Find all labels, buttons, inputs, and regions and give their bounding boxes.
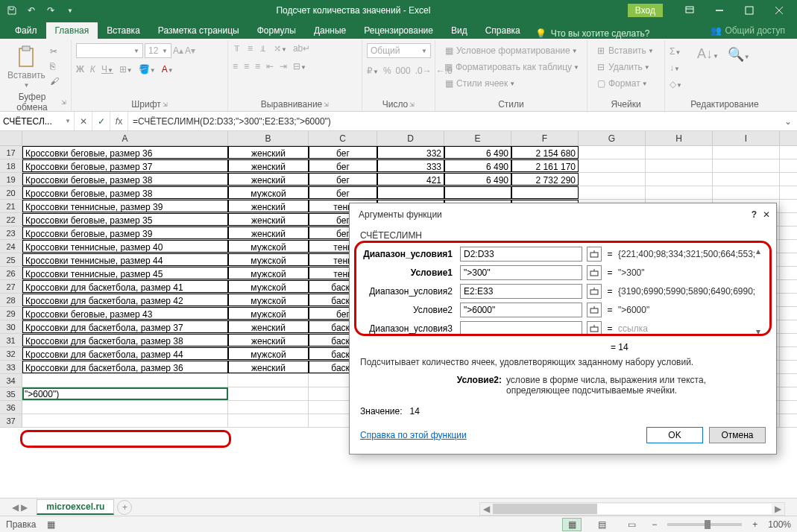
cell[interactable]: женский	[228, 146, 309, 159]
range-select-icon[interactable]	[587, 284, 602, 299]
col-header-B[interactable]: B	[228, 131, 309, 145]
cell[interactable]: мужской	[228, 280, 309, 293]
cell[interactable]: Кроссовки беговые, размер 35	[22, 213, 228, 226]
cancel-button[interactable]: Отмена	[709, 427, 766, 443]
row-header[interactable]: 21	[0, 200, 22, 212]
italic-button[interactable]: К	[90, 64, 95, 75]
format-cells-button[interactable]: ▢Формат ▼	[592, 76, 660, 91]
cell[interactable]: Кроссовки для баскетбола, размер 42	[22, 294, 228, 306]
cell[interactable]	[579, 186, 646, 199]
redo-icon[interactable]: ↷	[42, 2, 60, 19]
cell[interactable]: Кроссовки теннисные, размер 39	[22, 200, 228, 212]
cell[interactable]: 333	[377, 159, 444, 172]
merge-icon[interactable]: ⊟▼	[293, 61, 306, 72]
align-left-icon[interactable]: ≡	[233, 61, 238, 72]
tab-page-layout[interactable]: Разметка страницы	[149, 22, 248, 39]
cell[interactable]: мужской	[228, 253, 309, 266]
clear-icon[interactable]: ◇▼	[670, 79, 682, 89]
dialog-titlebar[interactable]: Аргументы функции ? ✕	[350, 203, 776, 226]
minimize-icon[interactable]	[705, 0, 734, 21]
cell[interactable]: 6 490	[444, 146, 511, 159]
login-button[interactable]: Вход	[628, 4, 663, 17]
cell[interactable]: 2 161 170	[511, 159, 579, 172]
cell[interactable]: мужской	[228, 267, 309, 279]
tab-home[interactable]: Главная	[46, 22, 98, 39]
accept-formula-icon[interactable]: ✓	[92, 112, 110, 130]
col-header-A[interactable]: A	[22, 131, 228, 145]
row-header[interactable]: 26	[0, 267, 22, 279]
row-header[interactable]: 24	[0, 240, 22, 253]
cell[interactable]	[579, 173, 646, 186]
maximize-icon[interactable]	[734, 0, 764, 21]
cell[interactable]: Кроссовки беговые, размер 43	[22, 307, 228, 320]
save-icon[interactable]	[3, 2, 21, 19]
cell[interactable]	[646, 146, 713, 159]
cell[interactable]: мужской	[228, 347, 309, 360]
align-right-icon[interactable]: ≡	[255, 61, 260, 72]
cell[interactable]: Кроссовки для баскетбола, размер 37	[22, 320, 228, 333]
close-icon[interactable]	[764, 0, 794, 21]
row-header[interactable]: 20	[0, 186, 22, 199]
align-middle-icon[interactable]: ≡	[248, 43, 253, 54]
cell[interactable]	[713, 173, 780, 186]
cell[interactable]: женский	[228, 159, 309, 172]
fill-icon[interactable]: ↓▼	[670, 63, 682, 73]
indent-inc-icon[interactable]: ⇥	[280, 61, 287, 72]
row-header[interactable]: 27	[0, 280, 22, 293]
col-header-I[interactable]: I	[713, 131, 780, 145]
col-header-D[interactable]: D	[377, 131, 444, 145]
cell[interactable]	[713, 159, 780, 172]
formula-input[interactable]: =СЧЁТЕСЛИМН(D2:D33;">300";E2:E33;">6000"…	[128, 112, 779, 130]
cell[interactable]: Кроссовки беговые, размер 36	[22, 146, 228, 159]
percent-icon[interactable]: %	[383, 66, 391, 76]
comma-icon[interactable]: 000	[396, 66, 411, 76]
cell[interactable]: женский	[228, 320, 309, 333]
cell[interactable]: Кроссовки для баскетбола, размер 41	[22, 280, 228, 293]
col-header-G[interactable]: G	[579, 131, 646, 145]
conditional-formatting-button[interactable]: ▦Условное форматирование▼	[440, 43, 582, 58]
row-header[interactable]: 32	[0, 347, 22, 360]
cell[interactable]	[228, 374, 309, 387]
ok-button[interactable]: OK	[646, 427, 703, 443]
cell[interactable]	[22, 414, 228, 427]
macro-record-icon[interactable]: ▦	[47, 519, 55, 530]
cell[interactable]: женский	[228, 173, 309, 186]
col-header-H[interactable]: H	[646, 131, 713, 145]
share-button[interactable]: 👥 Общий доступ	[699, 22, 797, 39]
zoom-level[interactable]: 100%	[768, 519, 791, 530]
cell[interactable]: 421	[377, 173, 444, 186]
ribbon-options-icon[interactable]	[675, 0, 705, 21]
cell[interactable]	[579, 159, 646, 172]
borders-icon[interactable]: ⊞▼	[119, 64, 133, 75]
cell[interactable]	[579, 146, 646, 159]
cell[interactable]: Кроссовки беговые, размер 39	[22, 227, 228, 239]
tab-view[interactable]: Вид	[442, 22, 476, 39]
cell[interactable]	[22, 401, 228, 414]
fill-color-icon[interactable]: 🪣▼	[139, 64, 156, 75]
cell[interactable]	[444, 186, 511, 199]
orientation-icon[interactable]: ⤭▼	[274, 43, 287, 54]
cell[interactable]: Кроссовки теннисные, размер 45	[22, 267, 228, 279]
expand-formula-bar-icon[interactable]: ⌄	[779, 112, 797, 130]
cell[interactable]: бег	[309, 146, 377, 159]
cell[interactable]: бег	[309, 186, 377, 199]
tab-help[interactable]: Справка	[476, 22, 529, 39]
currency-icon[interactable]: ₽▼	[367, 66, 379, 76]
underline-button[interactable]: Ч▼	[101, 64, 113, 75]
sort-filter-icon[interactable]: A↓▼	[697, 46, 719, 62]
row-header[interactable]: 36	[0, 401, 22, 414]
help-link[interactable]: Справка по этой функции	[360, 430, 467, 440]
cell[interactable]: Кроссовки беговые, размер 38	[22, 186, 228, 199]
cell[interactable]: мужской	[228, 240, 309, 253]
cell[interactable]	[228, 401, 309, 414]
row-header[interactable]: 37	[0, 414, 22, 427]
row-header[interactable]: 23	[0, 227, 22, 239]
paste-button[interactable]: Вставить ▼	[4, 43, 48, 90]
row-header[interactable]: 30	[0, 320, 22, 333]
cell[interactable]: 6 490	[444, 173, 511, 186]
range-select-icon[interactable]	[587, 247, 602, 262]
align-center-icon[interactable]: ≡	[244, 61, 249, 72]
inc-decimal-icon[interactable]: .0→	[415, 66, 432, 76]
cell[interactable]: мужской	[228, 307, 309, 320]
cell[interactable]: 2 154 680	[511, 146, 579, 159]
